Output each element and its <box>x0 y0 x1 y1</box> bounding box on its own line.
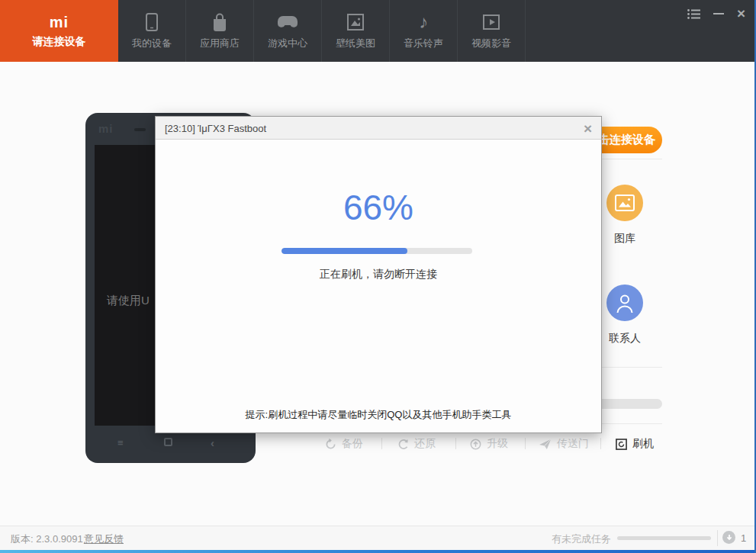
flash-button[interactable]: 刷机 <box>616 436 654 452</box>
version-label: 版本: 2.3.0.9091 <box>11 532 83 546</box>
dialog-title: [23:10] ΊμΓΧ3 Fastboot <box>165 123 266 134</box>
divider <box>455 438 456 449</box>
restore-button[interactable]: 还原 <box>397 436 436 452</box>
music-note-icon: ♪ <box>419 11 428 33</box>
tab-label: 应用商店 <box>200 37 240 50</box>
main-tabs: 我的设备 应用商店 游戏中心 壁纸美图 ♪ <box>118 0 526 62</box>
tab-app-store[interactable]: 应用商店 <box>186 0 254 62</box>
flash-tip-text: 提示:刷机过程中请尽量临时关闭QQ以及其他手机助手类工具 <box>156 408 601 422</box>
restore-icon <box>397 439 409 450</box>
progress-percent: 66% <box>156 187 601 228</box>
minimize-icon[interactable] <box>713 8 724 20</box>
tab-connect-device[interactable]: mi 请连接设备 <box>0 0 118 62</box>
mi-logo: mi <box>50 14 69 31</box>
tab-label: 音乐铃声 <box>404 37 443 50</box>
divider <box>717 530 718 546</box>
tab-video[interactable]: 视频影音 <box>458 0 526 62</box>
gallery-icon <box>606 185 643 221</box>
feedback-link[interactable]: 意见反馈 <box>84 532 124 546</box>
home-key-icon <box>164 438 172 446</box>
divider <box>381 438 382 449</box>
flash-label: 刷机 <box>632 437 654 451</box>
restore-label: 还原 <box>414 437 436 451</box>
window-bottom-edge <box>0 550 756 553</box>
sidebar-item-contacts[interactable]: 联系人 <box>599 285 651 346</box>
menu-icon[interactable] <box>687 8 700 20</box>
shopping-bag-icon <box>211 11 229 33</box>
upgrade-icon <box>470 439 481 450</box>
flash-icon <box>616 439 627 450</box>
phone-mi-logo: mi <box>98 122 114 135</box>
contacts-icon <box>606 285 643 321</box>
flash-progress-bar <box>281 248 472 254</box>
tab-my-device[interactable]: 我的设备 <box>118 0 186 62</box>
tab-label: 壁纸美图 <box>336 37 375 50</box>
download-icon[interactable] <box>722 531 735 544</box>
progress-status-text: 正在刷机，请勿断开连接 <box>156 268 601 281</box>
divider <box>600 438 601 449</box>
menu-key-icon: ≡ <box>117 437 123 449</box>
tab-music[interactable]: ♪ 音乐铃声 <box>390 0 458 62</box>
phone-screen-text: 请使用U <box>107 294 150 308</box>
window-controls: × <box>687 8 745 20</box>
mi-phone-assistant-window: mi 请连接设备 我的设备 应用商店 游戏中心 <box>0 0 756 553</box>
tab-label: 视频影音 <box>471 37 511 50</box>
back-key-icon: ‹ <box>211 436 214 449</box>
flash-progress-dialog: [23:10] ΊμΓΧ3 Fastboot × 66% 正在刷机，请勿断开连接… <box>155 116 602 433</box>
dialog-close-icon[interactable]: × <box>584 121 592 137</box>
brand-label: 请连接设备 <box>33 35 86 49</box>
upgrade-button[interactable]: 升级 <box>470 436 508 452</box>
gamepad-icon <box>277 11 298 33</box>
tab-game-center[interactable]: 游戏中心 <box>254 0 322 62</box>
tasks-progress-bar <box>617 536 711 540</box>
dialog-titlebar[interactable]: [23:10] ΊμΓΧ3 Fastboot × <box>156 117 601 140</box>
backup-label: 备份 <box>342 437 363 451</box>
divider <box>525 438 526 449</box>
portal-button[interactable]: 传送门 <box>539 436 589 452</box>
top-navigation-bar: mi 请连接设备 我的设备 应用商店 游戏中心 <box>0 0 756 62</box>
tab-label: 我的设备 <box>132 37 172 50</box>
tab-label: 游戏中心 <box>268 37 307 50</box>
backup-icon <box>325 439 336 450</box>
gallery-label: 图库 <box>599 232 651 246</box>
paper-plane-icon <box>539 439 552 450</box>
picture-icon <box>346 11 365 33</box>
upgrade-label: 升级 <box>487 437 508 451</box>
portal-label: 传送门 <box>557 437 589 451</box>
phone-icon <box>144 11 159 33</box>
flash-progress-fill <box>281 248 407 254</box>
contacts-label: 联系人 <box>599 332 651 346</box>
task-count-badge: 1 <box>741 532 746 544</box>
close-icon[interactable]: × <box>737 8 745 20</box>
sidebar-item-gallery[interactable]: 图库 <box>599 185 651 246</box>
status-bar: 版本: 2.3.0.9091 意见反馈 有未完成任务 1 <box>0 526 756 550</box>
phone-nav-keys: ≡ ‹ <box>85 436 256 454</box>
backup-button[interactable]: 备份 <box>325 436 363 452</box>
earpiece <box>134 128 146 131</box>
unfinished-tasks-label: 有未完成任务 <box>552 532 611 546</box>
tab-wallpapers[interactable]: 壁纸美图 <box>322 0 390 62</box>
video-icon <box>482 11 500 33</box>
